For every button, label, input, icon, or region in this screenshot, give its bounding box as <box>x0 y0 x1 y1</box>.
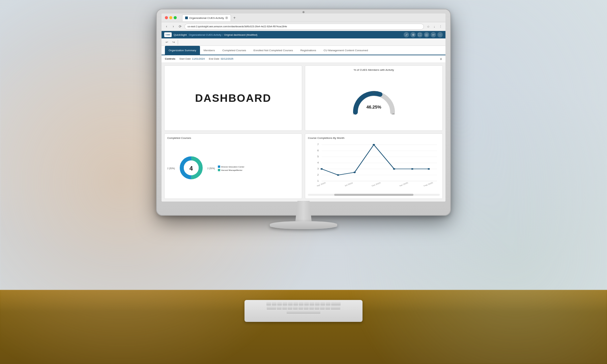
donut-chart-area: 2 (50%) <box>167 141 299 196</box>
tab-organization-summary[interactable]: Organization Summary <box>165 46 200 55</box>
view-icon[interactable]: ◫ <box>424 32 429 37</box>
key <box>304 302 309 305</box>
fullscreen-icon[interactable]: ⛶ <box>417 32 423 37</box>
breadcrumb: Organizational CUES Activity / Original … <box>189 33 258 36</box>
svg-text:1: 1 <box>317 180 319 182</box>
keyboard <box>244 300 363 330</box>
donut-center-value: 4 <box>190 165 193 172</box>
line-chart-area: 7 6 5 4 3 2 1 <box>308 141 440 193</box>
svg-text:3: 3 <box>317 168 319 170</box>
browser-titlebar: Organizational CUES Activity × + <box>162 13 445 22</box>
legend-label-harvard: Harvard ManageMentor <box>221 169 242 171</box>
widget-members-activity: % of CUES Members with Activity <box>305 65 443 131</box>
share-icon[interactable]: ⤢ <box>404 32 409 37</box>
tab-completed-courses[interactable]: Completed Courses <box>219 46 250 55</box>
gauge-value: 46.25% <box>366 104 381 110</box>
address-bar: ‹ › ⟳ us-east-2.quicksight.aws.amazon.co… <box>162 22 445 31</box>
key-row-1 <box>248 302 359 305</box>
key <box>304 306 309 309</box>
key <box>277 302 282 305</box>
quicksight-logo: CUES <box>164 32 172 37</box>
members-widget-title: % of CUES Members with Activity <box>308 68 440 71</box>
end-date-field[interactable]: End Date 02/12/2025 <box>209 57 233 60</box>
new-tab-button[interactable]: + <box>232 15 237 21</box>
settings-icon[interactable]: ⚙ <box>410 32 416 37</box>
close-button[interactable] <box>165 16 168 19</box>
monitor: Organizational CUES Activity × + ‹ › ⟳ u… <box>157 9 450 239</box>
tab-favicon <box>185 17 188 19</box>
back-button[interactable]: ‹ <box>164 24 169 29</box>
donut-label-right: 2 (50%) <box>207 167 215 170</box>
key <box>293 302 298 305</box>
active-tab[interactable]: Organizational CUES Activity × <box>182 14 231 21</box>
key <box>315 302 320 305</box>
key-row-3 <box>248 310 359 313</box>
refresh-button[interactable]: ⟳ <box>178 24 182 29</box>
svg-text:Feb 2025: Feb 2025 <box>423 182 434 186</box>
svg-text:Jan 2025: Jan 2025 <box>399 182 409 186</box>
undo-btn[interactable]: ↩ <box>164 39 170 45</box>
controls-row: Controls Start Date 11/01/2024 End Date … <box>162 55 445 63</box>
line-chart-svg: 7 6 5 4 3 2 1 <box>308 141 440 186</box>
key <box>326 302 330 305</box>
key <box>282 306 287 309</box>
toolbar-separator <box>178 40 178 44</box>
svg-text:37: 37 <box>372 90 375 93</box>
key-row-2 <box>248 306 359 309</box>
widget-dashboard-title: DASHBOARD <box>164 65 302 131</box>
tab-close-icon[interactable]: × <box>225 17 228 19</box>
key <box>315 306 319 309</box>
breadcrumb-sep: / <box>222 33 223 36</box>
redo-btn[interactable]: ↪ <box>171 39 176 45</box>
svg-text:4: 4 <box>317 161 319 164</box>
dashboard-content: DASHBOARD % of CUES Members with Activit… <box>162 63 445 202</box>
donut-legend: Director Education Center Harvard Manage… <box>218 165 244 171</box>
svg-text:5: 5 <box>317 155 319 158</box>
tab-title: Organizational CUES Activity <box>189 17 224 20</box>
forward-button[interactable]: › <box>171 24 176 29</box>
key <box>283 302 287 305</box>
undo-icon[interactable]: ↩ <box>431 32 436 37</box>
addrbar-actions: ☆ ↓ ⋮ <box>426 24 443 29</box>
gauge-svg: 37 <box>350 85 398 116</box>
gauge-label-right: 90 <box>393 113 395 115</box>
menu-icon[interactable]: ⋮ <box>438 24 443 29</box>
download-icon[interactable]: ↓ <box>432 24 437 29</box>
minimize-button[interactable] <box>169 16 172 19</box>
browser-window: Organizational CUES Activity × + ‹ › ⟳ u… <box>162 13 445 202</box>
scrollbar-thumb[interactable] <box>334 194 413 196</box>
donut-wrapper: 2 (50%) <box>167 154 299 183</box>
more-icon[interactable]: ⋯ <box>437 32 443 37</box>
tab-enrolled-not-completed[interactable]: Enrolled Not Completed Courses <box>250 46 297 55</box>
breadcrumb-dashboard[interactable]: Original dashboard (Modified) <box>224 33 258 36</box>
chart-scrollbar[interactable] <box>308 194 440 196</box>
bookmark-icon[interactable]: ☆ <box>426 24 431 29</box>
controls-chevron-icon[interactable]: ∨ <box>440 57 442 61</box>
key <box>266 302 271 305</box>
tab-registrations[interactable]: Registrations <box>297 46 320 55</box>
key <box>331 302 341 305</box>
key <box>288 306 292 309</box>
url-input[interactable]: us-east-2.quicksight.aws.amazon.com/sn/d… <box>184 24 424 30</box>
key <box>325 306 330 309</box>
navigation-tabs: Organization Summary Members Completed C… <box>162 46 445 55</box>
svg-point-23 <box>411 168 413 170</box>
key <box>320 306 325 309</box>
key <box>288 302 293 305</box>
svg-text:2: 2 <box>317 174 319 176</box>
tab-cu-management[interactable]: CU Management Content Consumed <box>320 46 372 55</box>
tab-bar: Organizational CUES Activity × + <box>182 14 442 21</box>
legend-label-director: Director Education Center <box>221 166 244 168</box>
key <box>310 302 314 305</box>
tab-members[interactable]: Members <box>200 46 219 55</box>
key <box>277 306 282 309</box>
svg-point-19 <box>337 174 339 176</box>
breadcrumb-org[interactable]: Organizational CUES Activity <box>189 33 222 36</box>
dashboard-toolbar: ↩ ↪ <box>162 38 445 46</box>
svg-point-22 <box>393 168 396 170</box>
start-date-field[interactable]: Start Date 11/01/2024 <box>179 57 205 60</box>
spacebar <box>287 310 320 313</box>
key <box>320 302 325 305</box>
maximize-button[interactable] <box>174 16 177 19</box>
svg-point-21 <box>373 144 375 146</box>
